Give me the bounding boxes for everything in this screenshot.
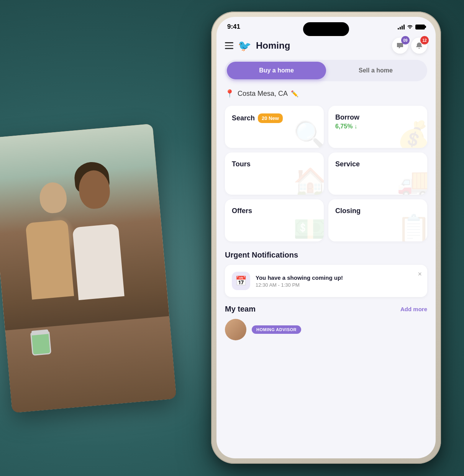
app-header: 🐦 Homing 09 [225,34,427,60]
add-more-button[interactable]: Add more [400,306,427,312]
team-member-row: HOMING ADVISOR [225,319,427,340]
notification-close-button[interactable]: × [418,270,422,278]
member-tag: HOMING ADVISOR [252,325,301,334]
status-time: 9:41 [227,23,240,31]
hamburger-line-1 [225,42,233,43]
location-text: Costa Mesa, CA [238,90,288,98]
member-avatar-image [225,319,246,340]
tours-card[interactable]: Tours 🏠 [225,153,324,195]
search-card-badge: 20 New [258,113,283,123]
offers-card[interactable]: Offers 💵 [225,199,324,241]
photo-card [0,124,177,413]
borrow-card[interactable]: Borrow 6,75% ↓ 💰 [328,106,427,148]
team-title: My team [225,305,256,314]
notification-subtitle: 12:30 AM - 1:30 PM [256,282,343,288]
borrow-card-icon: 💰 [397,119,427,148]
service-card[interactable]: Service 🚚 [328,153,427,195]
search-card-icon: 🔍 [293,119,324,148]
offers-card-icon: 💵 [293,213,324,241]
phone-frame: 9:41 [211,11,441,464]
grid-cards: Search 20 New 🔍 Borrow 6,75% ↓ [225,106,427,241]
battery-icon [415,25,425,30]
header-right: 09 12 [392,38,427,54]
offers-card-label: Offers [232,207,252,215]
urgent-section-title: Urgent Notifications [225,251,427,259]
hamburger-line-3 [225,48,233,49]
notification-title: You have a showing coming up! [256,274,343,281]
notification-text: You have a showing coming up! 12:30 AM -… [256,274,343,288]
tours-card-label: Tours [232,160,251,168]
closing-card-icon: 📋 [397,213,427,241]
menu-button[interactable] [225,42,233,49]
location-pin-icon: 📍 [225,89,234,98]
service-card-icon: 🚚 [397,166,427,195]
search-card[interactable]: Search 20 New 🔍 [225,106,324,148]
borrow-rate-value: 6,75% [335,123,353,130]
status-icons [398,24,425,30]
phone: 9:41 [211,11,441,464]
app-title: Homing [256,40,290,51]
tab-sell-home[interactable]: Sell a home [326,62,425,79]
tabs-container: Buy a home Sell a home [225,60,427,81]
wifi-icon [407,24,413,30]
app-content: 🐦 Homing 09 [216,34,436,340]
signal-bars-icon [398,24,405,30]
closing-card[interactable]: Closing 📋 [328,199,427,241]
chat-button-wrap[interactable]: 09 [392,38,408,54]
chat-badge: 09 [401,36,410,44]
phone-screen: 9:41 [216,17,436,458]
app-logo-icon: 🐦 [238,39,251,52]
tours-card-icon: 🏠 [293,166,324,195]
member-avatar [225,319,246,340]
team-header: My team Add more [225,305,427,314]
borrow-rate-arrow-icon: ↓ [354,123,357,130]
bell-button-wrap[interactable]: 12 [411,38,427,54]
borrow-card-label: Borrow [335,113,420,121]
hamburger-line-2 [225,45,233,46]
dynamic-island [303,22,349,36]
service-card-label: Service [335,160,360,168]
location-row: 📍 Costa Mesa, CA ✏️ [225,89,427,98]
notification-icon: 📅 [232,272,250,290]
tab-buy-home[interactable]: Buy a home [227,62,326,79]
bell-badge: 12 [420,36,429,44]
notification-card: 📅 You have a showing coming up! 12:30 AM… [225,265,427,297]
edit-location-icon[interactable]: ✏️ [291,90,298,97]
search-card-label: Search [232,114,255,122]
header-left: 🐦 Homing [225,39,290,52]
closing-card-label: Closing [335,207,361,215]
